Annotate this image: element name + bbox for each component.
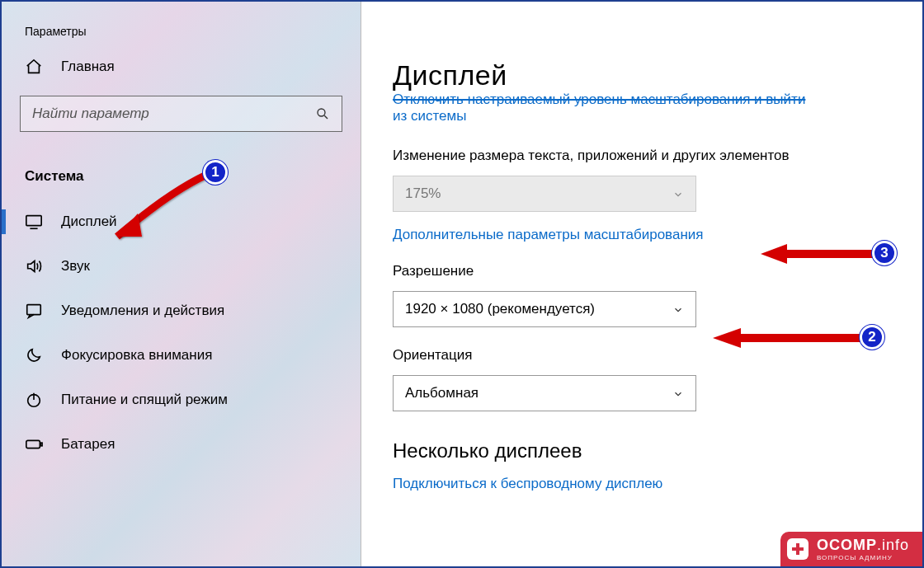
plus-icon xyxy=(787,538,808,560)
nav-home-label: Главная xyxy=(61,59,115,75)
sidebar-item-sound[interactable]: Звук xyxy=(2,244,361,289)
sidebar-item-label: Батарея xyxy=(61,436,115,453)
resolution-label: Разрешение xyxy=(393,263,922,279)
watermark-name: OCOMP xyxy=(817,537,877,553)
sidebar-item-label: Дисплей xyxy=(61,214,117,230)
home-icon xyxy=(25,58,43,76)
watermark-sub: ВОПРОСЫ АДМИНУ xyxy=(817,554,909,561)
advanced-scaling-link[interactable]: Дополнительные параметры масштабирования xyxy=(393,227,922,243)
search-box[interactable] xyxy=(20,96,342,132)
annotation-marker-3: 3 xyxy=(872,241,897,265)
sidebar: Параметры Главная Система Дисплей xyxy=(2,2,361,566)
search-icon xyxy=(315,106,330,121)
battery-icon xyxy=(25,435,43,453)
scale-value: 175% xyxy=(405,185,441,202)
watermark: OCOMP.info ВОПРОСЫ АДМИНУ xyxy=(780,532,922,566)
moon-icon xyxy=(25,346,43,364)
signout-custom-scale-link[interactable]: Отключить настраиваемый уровень масштаби… xyxy=(393,92,922,124)
resolution-value: 1920 × 1080 (рекомендуется) xyxy=(405,301,595,317)
sidebar-item-notifications[interactable]: Уведомления и действия xyxy=(2,289,361,333)
nav-home[interactable]: Главная xyxy=(2,58,361,96)
section-header-system: Система xyxy=(2,150,361,200)
scale-dropdown: 175% xyxy=(393,176,696,212)
svg-line-1 xyxy=(324,115,328,119)
watermark-ext: .info xyxy=(877,537,909,553)
scale-label: Изменение размера текста, приложений и д… xyxy=(393,148,922,164)
orientation-label: Ориентация xyxy=(393,347,922,364)
svg-rect-8 xyxy=(40,443,42,446)
power-icon xyxy=(25,391,43,409)
chevron-down-icon xyxy=(672,387,684,399)
sidebar-item-label: Уведомления и действия xyxy=(61,303,224,319)
link-line1: Отключить настраиваемый уровень масштаби… xyxy=(393,92,805,107)
page-title: Дисплей xyxy=(393,2,922,92)
main-content: Дисплей Отключить настраиваемый уровень … xyxy=(361,2,922,566)
orientation-value: Альбомная xyxy=(405,385,478,401)
chevron-down-icon xyxy=(672,303,684,315)
sidebar-item-label: Питание и спящий режим xyxy=(61,392,228,408)
resolution-dropdown[interactable]: 1920 × 1080 (рекомендуется) xyxy=(393,291,696,327)
orientation-dropdown[interactable]: Альбомная xyxy=(393,375,696,411)
app-title: Параметры xyxy=(2,18,361,58)
sidebar-item-power[interactable]: Питание и спящий режим xyxy=(2,378,361,422)
message-icon xyxy=(25,302,43,320)
svg-point-0 xyxy=(318,109,325,116)
sidebar-item-label: Фокусировка внимания xyxy=(61,347,212,364)
multi-display-heading: Несколько дисплеев xyxy=(393,439,922,462)
svg-rect-4 xyxy=(27,305,41,315)
chevron-down-icon xyxy=(672,188,684,200)
svg-rect-7 xyxy=(26,440,40,448)
sidebar-item-label: Звук xyxy=(61,258,90,275)
link-line2: из системы xyxy=(393,108,466,124)
search-input[interactable] xyxy=(32,106,315,122)
sidebar-item-battery[interactable]: Батарея xyxy=(2,422,361,467)
sidebar-item-focus[interactable]: Фокусировка внимания xyxy=(2,333,361,378)
speaker-icon xyxy=(25,257,43,275)
wireless-display-link[interactable]: Подключиться к беспроводному дисплею xyxy=(393,476,922,492)
monitor-icon xyxy=(25,213,43,231)
annotation-marker-1: 1 xyxy=(203,160,228,185)
annotation-marker-2: 2 xyxy=(860,325,884,350)
sidebar-item-display[interactable]: Дисплей xyxy=(2,200,361,244)
svg-rect-2 xyxy=(26,216,41,226)
